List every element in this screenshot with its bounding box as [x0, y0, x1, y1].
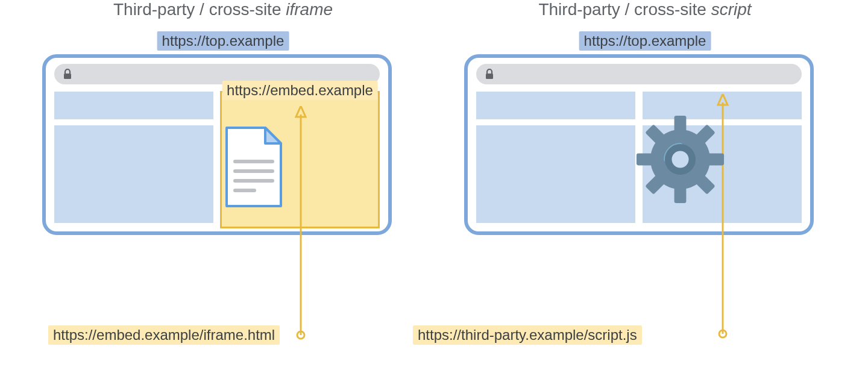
title-em: iframe: [286, 0, 333, 19]
pane-body: [54, 125, 213, 223]
svg-point-25: [673, 152, 687, 166]
svg-rect-13: [675, 116, 687, 134]
panel-title: Third-party / cross-site script: [464, 0, 826, 19]
browser-window: https://embed.example: [42, 54, 392, 235]
document-icon: [221, 125, 287, 210]
pane-header: [54, 92, 213, 119]
pane-left: [476, 92, 635, 223]
top-url-badge: https://top.example: [579, 31, 711, 51]
pane-body: [476, 125, 635, 223]
lock-icon: [63, 69, 72, 80]
title-text: Third-party / cross-site: [113, 0, 286, 19]
iframe-source-url: https://embed.example/iframe.html: [48, 325, 280, 345]
browser-window: [464, 54, 814, 235]
svg-rect-8: [486, 74, 493, 79]
title-em: script: [711, 0, 752, 19]
panel-iframe: Third-party / cross-site iframe https://…: [42, 0, 404, 24]
title-text: Third-party / cross-site: [538, 0, 711, 19]
address-bar: [476, 64, 802, 84]
pane-left: [54, 92, 213, 223]
arrow-icon: [286, 106, 316, 341]
gear-icon: [631, 110, 730, 209]
svg-rect-15: [637, 154, 655, 166]
svg-rect-16: [706, 154, 724, 166]
script-source-url: https://third-party.example/script.js: [413, 325, 642, 345]
embed-url-badge: https://embed.example: [222, 81, 378, 100]
top-url-badge: https://top.example: [157, 31, 289, 51]
lock-icon: [485, 69, 494, 80]
bottom-url-row: https://third-party.example/script.js: [413, 325, 642, 345]
panel-title: Third-party / cross-site iframe: [42, 0, 404, 19]
svg-rect-14: [675, 185, 687, 203]
bottom-url-row: https://embed.example/iframe.html: [48, 325, 280, 345]
pane-header: [476, 92, 635, 119]
svg-rect-0: [64, 74, 71, 79]
panel-script: Third-party / cross-site script https://…: [464, 0, 826, 24]
